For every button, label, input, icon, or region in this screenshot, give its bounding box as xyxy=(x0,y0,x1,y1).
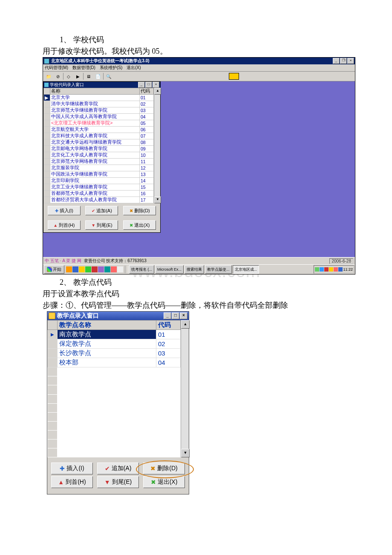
scroll-up-button[interactable]: ▲ xyxy=(181,320,190,329)
row-indicator xyxy=(44,159,50,165)
school-code-table[interactable]: 名称 代码 ▶北京大学01清华大学继续教育学院02北京师范大学继续教育学院03中… xyxy=(43,88,154,203)
col-header-code[interactable]: 代码 xyxy=(140,88,154,95)
tray-icon[interactable] xyxy=(334,267,338,272)
cell-name: 北京印刷学院 xyxy=(50,178,140,184)
arrow-up-icon: ▲ xyxy=(53,223,58,228)
restore-button[interactable]: ❐ xyxy=(340,58,347,64)
append-button[interactable]: ✔追加(A) xyxy=(85,206,118,215)
first-button[interactable]: ▲到首(H) xyxy=(48,220,81,230)
exit-button[interactable]: ✖退出(X) xyxy=(123,220,156,230)
ql-icon[interactable] xyxy=(117,266,123,272)
taskbar-task[interactable]: 北京地区成... xyxy=(233,265,259,274)
first-button[interactable]: ▲到首(H) xyxy=(51,476,93,488)
last-button[interactable]: ▼到尾(E) xyxy=(85,220,118,230)
ql-icon[interactable] xyxy=(111,266,117,272)
menu-item[interactable]: 数据管理(D) xyxy=(72,65,95,71)
teaching-point-table[interactable]: 教学点名称 代码 ▶南京教学点01保定教学点02长沙教学点03校本部04 xyxy=(47,320,181,457)
table-row[interactable]: 保定教学点02 xyxy=(48,339,181,349)
row-indicator xyxy=(44,146,50,152)
vertical-scrollbar[interactable]: ▲ ▼ xyxy=(154,88,160,203)
table-row[interactable]: 北京师范大学网络教育学院11 xyxy=(44,159,154,165)
ql-icon[interactable] xyxy=(72,266,78,272)
taskbar-task[interactable]: 教学点版使... xyxy=(205,265,232,274)
section1-title: 1、 学校代码 xyxy=(43,34,349,46)
taskbar-task[interactable]: Microsoft Ex... xyxy=(155,265,184,274)
row-indicator xyxy=(48,358,58,367)
toolbar-button[interactable]: 🔍 xyxy=(104,72,113,81)
append-button[interactable]: ✔追加(A) xyxy=(97,462,139,474)
table-row[interactable]: ▶南京教学点01 xyxy=(48,330,181,339)
row-indicator xyxy=(44,127,50,133)
menu-item[interactable]: 代码管理(M) xyxy=(45,65,68,71)
toolbar-button[interactable]: ◇ xyxy=(64,72,73,81)
scroll-down-button[interactable]: ▼ xyxy=(181,449,190,457)
table-row[interactable]: 首都师范大学成人教育学院16 xyxy=(44,191,154,197)
insert-button[interactable]: ✚插入(I) xyxy=(51,462,93,474)
toolbar-button[interactable]: ▶ xyxy=(73,72,83,81)
table-row[interactable]: 北京师范大学继续教育学院03 xyxy=(44,107,154,114)
append-label: 追加(A) xyxy=(112,465,132,472)
cell-code: 13 xyxy=(140,171,154,178)
ql-icon[interactable] xyxy=(92,266,98,272)
table-row[interactable]: 北京工业大学继续教育学院15 xyxy=(44,184,154,191)
table-row[interactable]: 中国人民大学成人高等教育学院04 xyxy=(44,114,154,120)
ql-icon[interactable] xyxy=(79,266,85,272)
last-label: 到尾(E) xyxy=(97,222,112,228)
toolbar-button[interactable]: 📄 xyxy=(93,72,103,81)
table-row[interactable]: 北京邮电大学网络教育学院09 xyxy=(44,146,154,152)
ql-icon[interactable] xyxy=(85,266,91,272)
table-row[interactable]: 中国政法大学继续教育学院13 xyxy=(44,171,154,178)
taskbar-task[interactable]: 搜索结果 xyxy=(184,265,204,274)
scroll-up-button[interactable]: ▲ xyxy=(154,88,161,95)
table-row[interactable]: <北京理工大学继续教育学院>05 xyxy=(44,120,154,127)
menu-item[interactable]: 退出(X) xyxy=(127,65,141,71)
tray-icon[interactable] xyxy=(324,267,329,272)
statusbar: 中 五笔 · A 菜 捷 网 隶责任公司 技术支持：67763913 2006-… xyxy=(43,257,355,264)
close-button[interactable]: × xyxy=(347,58,354,64)
cell-name: 中国人民大学成人高等教育学院 xyxy=(50,114,140,120)
col-header-name[interactable]: 教学点名称 xyxy=(58,321,156,330)
maximize-button[interactable]: □ xyxy=(172,312,179,319)
tray-icon[interactable] xyxy=(315,267,319,272)
table-row[interactable]: 北京科技大学成人教育学院07 xyxy=(44,133,154,139)
table-row[interactable]: 北京印刷学院14 xyxy=(44,178,154,184)
toolbar-button[interactable]: 🖥 xyxy=(84,72,93,81)
close-button[interactable]: × xyxy=(180,312,187,319)
col-header-code[interactable]: 代码 xyxy=(156,321,181,330)
minimize-button[interactable]: _ xyxy=(164,312,171,319)
start-button[interactable]: 开始 xyxy=(44,265,64,274)
child-minimize-button[interactable]: _ xyxy=(138,82,145,88)
vertical-scrollbar[interactable]: ▲ ▼ xyxy=(181,320,189,457)
system-tray: 11:22 xyxy=(314,265,354,274)
col-header-name[interactable]: 名称 xyxy=(50,88,140,95)
tray-icon[interactable] xyxy=(329,267,333,272)
taskbar-task[interactable]: 统考报名 (... xyxy=(129,265,154,274)
last-button[interactable]: ▼到尾(E) xyxy=(97,476,139,488)
ql-icon[interactable] xyxy=(98,266,104,272)
table-row[interactable]: 北京交通大学远程与继续教育学院08 xyxy=(44,139,154,146)
child-icon xyxy=(44,83,49,87)
menu-item[interactable]: 系统维护(S) xyxy=(100,65,122,71)
insert-button[interactable]: ✚插入(I) xyxy=(48,206,81,215)
ql-icon[interactable] xyxy=(104,266,110,272)
ql-icon[interactable] xyxy=(66,266,72,272)
table-row[interactable]: 清华大学继续教育学院02 xyxy=(44,101,154,107)
delete-button[interactable]: ✖删除(D) xyxy=(123,206,156,215)
table-row[interactable]: 长沙教学点03 xyxy=(48,349,181,358)
child-maximize-button[interactable]: □ xyxy=(145,82,152,88)
toolbar-button[interactable]: ⊘ xyxy=(53,72,63,81)
table-row[interactable]: 北京化工大学成人教育学院10 xyxy=(44,152,154,159)
table-row[interactable]: 首都经济贸易大学成人教育学院17 xyxy=(44,197,154,203)
table-row[interactable]: 北京服装学院12 xyxy=(44,165,154,171)
table-row[interactable]: ▶北京大学01 xyxy=(44,95,154,101)
delete-button[interactable]: ✖删除(D) xyxy=(143,462,185,474)
cell-name: 南京教学点 xyxy=(58,330,156,339)
toolbar-button[interactable]: 📁 xyxy=(44,72,53,81)
minimize-button[interactable]: _ xyxy=(333,58,340,64)
scroll-down-button[interactable]: ▼ xyxy=(154,197,161,203)
table-row[interactable]: 北京航空航天大学06 xyxy=(44,127,154,133)
tray-icon[interactable] xyxy=(338,267,343,272)
tray-icon[interactable] xyxy=(320,267,324,272)
table-row[interactable]: 校本部04 xyxy=(48,358,181,367)
child-close-button[interactable]: × xyxy=(153,82,159,88)
